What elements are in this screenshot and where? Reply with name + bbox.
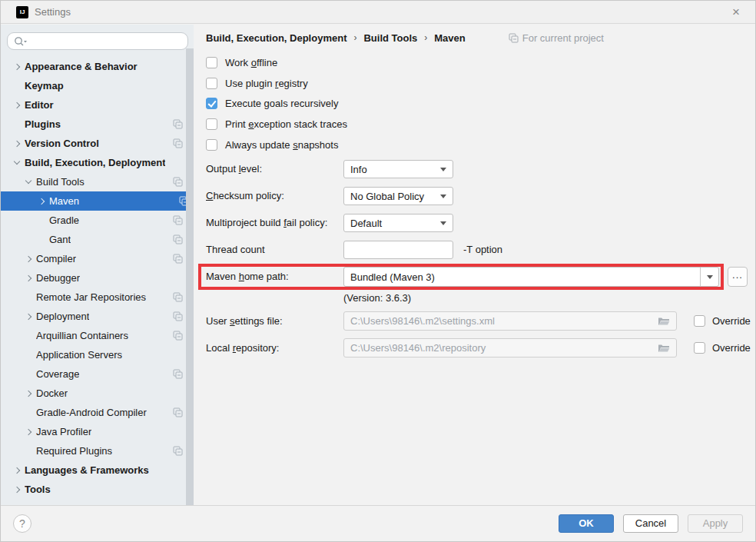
project-level-badge-icon [173, 138, 183, 148]
sidebar-item-appearance-behavior[interactable]: Appearance & Behavior [1, 57, 187, 76]
chevron-right-icon [22, 425, 36, 439]
settings-tree: Appearance & Behavior Keymap Editor Plug… [1, 57, 187, 507]
search-icon [14, 36, 28, 47]
intellij-logo-icon: IJ [16, 6, 28, 18]
project-level-badge-icon [173, 177, 183, 187]
folder-icon [658, 343, 670, 353]
sidebar-item-maven[interactable]: Maven [1, 191, 194, 211]
sidebar-item-arquillian-containers[interactable]: Arquillian Containers [1, 326, 187, 345]
folder-icon [658, 316, 670, 326]
apply-button-disabled[interactable]: Apply [688, 514, 743, 533]
cancel-button[interactable]: Cancel [623, 514, 678, 533]
sidebar-item-gradle-android-compiler[interactable]: Gradle-Android Compiler [1, 403, 187, 422]
output-level-label: Output level: [206, 160, 262, 178]
sidebar-item-gradle[interactable]: Gradle [1, 211, 187, 230]
sidebar-item-languages-frameworks[interactable]: Languages & Frameworks [1, 461, 187, 480]
scope-indicator: For current project [509, 32, 604, 44]
checksum-policy-dropdown[interactable]: No Global Policy [343, 187, 453, 205]
checkbox-icon[interactable] [206, 118, 217, 130]
breadcrumb-separator: › [424, 32, 427, 43]
thread-count-input[interactable] [343, 241, 453, 259]
browse-button[interactable]: ... [728, 267, 748, 287]
checkbox-icon[interactable] [694, 342, 705, 354]
checksum-policy-label: Checksum policy: [206, 187, 284, 205]
sidebar-item-editor[interactable]: Editor [1, 95, 187, 115]
project-level-badge-icon [173, 254, 183, 264]
local-repository-field[interactable]: C:\Users\98146\.m2\repository [343, 338, 677, 357]
maven-home-path-combobox[interactable]: Bundled (Maven 3) [343, 267, 719, 287]
help-button[interactable]: ? [13, 514, 32, 533]
chevron-down-icon [11, 156, 25, 170]
breadcrumb-item[interactable]: Maven [434, 32, 465, 44]
sidebar-item-build-tools[interactable]: Build Tools [1, 172, 187, 191]
chevron-down-icon [22, 175, 36, 189]
sidebar-item-compiler[interactable]: Compiler [1, 249, 187, 268]
breadcrumb-item[interactable]: Build Tools [363, 32, 417, 44]
breadcrumb: Build, Execution, Deployment › Build Too… [206, 29, 604, 46]
sidebar-item-application-servers[interactable]: Application Servers [1, 345, 187, 364]
sidebar-item-required-plugins[interactable]: Required Plugins [1, 441, 187, 461]
sidebar-item-remote-jar-repositories[interactable]: Remote Jar Repositories [1, 288, 187, 307]
chevron-right-icon [11, 98, 25, 112]
user-settings-file-field[interactable]: C:\Users\98146\.m2\settings.xml [343, 311, 677, 331]
title-bar: IJ Settings × [1, 1, 755, 24]
checkbox-checked-icon[interactable] [206, 98, 217, 109]
settings-sidebar: Appearance & Behavior Keymap Editor Plug… [1, 25, 194, 507]
project-level-badge-icon [173, 311, 183, 321]
sidebar-item-plugins[interactable]: Plugins [1, 115, 187, 134]
dropdown-arrow-button[interactable] [700, 268, 718, 286]
output-level-dropdown[interactable]: Info [343, 160, 453, 178]
window-title: Settings [35, 6, 71, 18]
ok-button[interactable]: OK [559, 514, 614, 533]
execute-goals-recursively-checkbox[interactable]: Execute goals recursively [206, 97, 338, 109]
maven-version-note: (Version: 3.6.3) [343, 292, 411, 304]
project-level-badge-icon [173, 407, 183, 417]
maven-settings-panel: Build, Execution, Deployment › Build Too… [194, 25, 755, 505]
project-level-badge-icon [173, 215, 183, 225]
always-update-snapshots-checkbox[interactable]: Always update snapshots [206, 138, 338, 151]
chevron-right-icon [22, 271, 36, 285]
sidebar-item-deployment[interactable]: Deployment [1, 307, 187, 326]
checkbox-icon[interactable] [694, 315, 705, 327]
use-plugin-registry-checkbox[interactable]: Use plugin registry [206, 77, 308, 89]
project-level-badge-icon [173, 119, 183, 129]
print-exception-stack-traces-checkbox[interactable]: Print exception stack traces [206, 118, 347, 130]
sidebar-scrollbar[interactable] [186, 48, 194, 507]
sidebar-item-keymap[interactable]: Keymap [1, 76, 187, 95]
project-level-badge-icon [509, 33, 519, 43]
dialog-footer: ? OK Cancel Apply [1, 505, 755, 541]
chevron-right-icon [22, 387, 36, 401]
work-offline-checkbox[interactable]: Work offline [206, 56, 277, 68]
dropdown-arrow-icon [440, 168, 446, 171]
checkbox-icon[interactable] [206, 57, 217, 68]
sidebar-item-java-profiler[interactable]: Java Profiler [1, 422, 187, 441]
sidebar-item-docker[interactable]: Docker [1, 384, 187, 403]
sidebar-item-version-control[interactable]: Version Control [1, 134, 187, 153]
thread-count-label: Thread count [206, 241, 265, 259]
close-icon[interactable]: × [729, 5, 743, 19]
dropdown-arrow-icon [440, 195, 446, 198]
chevron-right-icon [11, 137, 25, 151]
breadcrumb-item[interactable]: Build, Execution, Deployment [206, 32, 346, 44]
project-level-badge-icon [173, 292, 183, 302]
sidebar-item-build-execution-deployment[interactable]: Build, Execution, Deployment [1, 153, 187, 172]
sidebar-item-gant[interactable]: Gant [1, 230, 187, 249]
checkbox-icon[interactable] [206, 139, 217, 151]
chevron-right-icon [22, 252, 36, 266]
chevron-right-icon [11, 60, 25, 74]
sidebar-item-tools[interactable]: Tools [1, 480, 187, 499]
search-input[interactable] [7, 32, 188, 50]
checkbox-icon[interactable] [206, 78, 217, 89]
local-repository-override-checkbox[interactable]: Override [694, 338, 751, 357]
project-level-badge-icon [173, 369, 183, 379]
breadcrumb-separator: › [353, 32, 356, 43]
sidebar-item-debugger[interactable]: Debugger [1, 268, 187, 288]
fail-policy-dropdown[interactable]: Default [343, 214, 453, 232]
user-settings-override-checkbox[interactable]: Override [694, 311, 751, 331]
project-level-badge-icon [173, 234, 183, 244]
settings-dialog: IJ Settings × Appearance & Behavior Keym… [0, 0, 756, 542]
sidebar-item-coverage[interactable]: Coverage [1, 364, 187, 384]
search-history-chevron-icon [24, 41, 27, 43]
scope-label: For current project [522, 32, 604, 44]
chevron-right-icon [22, 310, 36, 324]
